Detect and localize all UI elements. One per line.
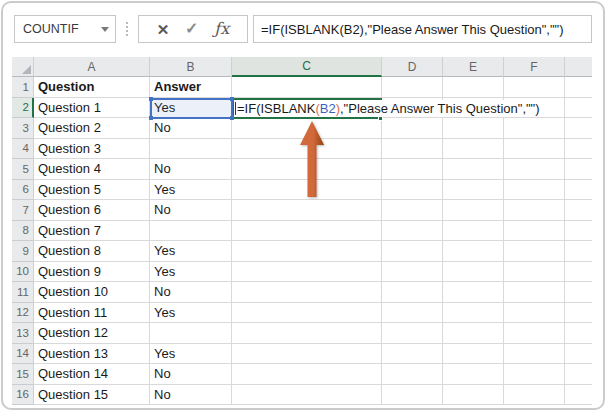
name-box[interactable]: COUNTIF xyxy=(14,15,116,43)
column-header-D[interactable]: D xyxy=(382,57,443,77)
cell-D12[interactable] xyxy=(382,303,443,324)
cell-A1[interactable]: Question xyxy=(34,77,150,98)
cell-A2[interactable]: Question 1 xyxy=(34,98,150,119)
cell-D10[interactable] xyxy=(382,262,443,283)
cell-B1[interactable]: Answer xyxy=(150,77,232,98)
cell-E1[interactable] xyxy=(443,77,504,98)
formula-bar[interactable]: =IF(ISBLANK(B2),"Please Answer This Ques… xyxy=(253,15,592,43)
cell-B6[interactable]: Yes xyxy=(150,180,232,201)
cell-B10[interactable]: Yes xyxy=(150,262,232,283)
cell-E10[interactable] xyxy=(443,262,504,283)
row-header-9[interactable]: 9 xyxy=(12,241,34,262)
cell-C12[interactable] xyxy=(232,303,382,324)
row-header-8[interactable]: 8 xyxy=(12,221,34,242)
row-header-10[interactable]: 10 xyxy=(12,262,34,283)
cancel-icon[interactable]: ✕ xyxy=(157,22,170,37)
cell-F4[interactable] xyxy=(504,139,565,160)
cell-F10[interactable] xyxy=(504,262,565,283)
cell-E8[interactable] xyxy=(443,221,504,242)
cell-E4[interactable] xyxy=(443,139,504,160)
cell-C11[interactable] xyxy=(232,282,382,303)
cell-E3[interactable] xyxy=(443,118,504,139)
cell-D4[interactable] xyxy=(382,139,443,160)
cell-B9[interactable]: Yes xyxy=(150,241,232,262)
cell-A3[interactable]: Question 2 xyxy=(34,118,150,139)
cell-D11[interactable] xyxy=(382,282,443,303)
cell-B8[interactable] xyxy=(150,221,232,242)
cell-C10[interactable] xyxy=(232,262,382,283)
row-header-6[interactable]: 6 xyxy=(12,180,34,201)
cell-D15[interactable] xyxy=(382,364,443,385)
in-cell-formula-C2[interactable]: =IF(ISBLANK(B2),"Please Answer This Ques… xyxy=(235,100,542,117)
row-header-5[interactable]: 5 xyxy=(12,159,34,180)
cell-B3[interactable]: No xyxy=(150,118,232,139)
cell-C8[interactable] xyxy=(232,221,382,242)
cell-B13[interactable] xyxy=(150,323,232,344)
cell-E15[interactable] xyxy=(443,364,504,385)
cell-B4[interactable] xyxy=(150,139,232,160)
cell-C15[interactable] xyxy=(232,364,382,385)
cell-D14[interactable] xyxy=(382,344,443,365)
cell-E16[interactable] xyxy=(443,385,504,406)
row-header-4[interactable]: 4 xyxy=(12,139,34,160)
cell-E11[interactable] xyxy=(443,282,504,303)
cell-F7[interactable] xyxy=(504,200,565,221)
cell-D7[interactable] xyxy=(382,200,443,221)
row-header-1[interactable]: 1 xyxy=(12,77,34,98)
cell-C14[interactable] xyxy=(232,344,382,365)
row-header-12[interactable]: 12 xyxy=(12,303,34,324)
row-header-7[interactable]: 7 xyxy=(12,200,34,221)
cell-F9[interactable] xyxy=(504,241,565,262)
cell-A4[interactable]: Question 3 xyxy=(34,139,150,160)
cell-A5[interactable]: Question 4 xyxy=(34,159,150,180)
cell-F15[interactable] xyxy=(504,364,565,385)
cell-A14[interactable]: Question 13 xyxy=(34,344,150,365)
cell-F11[interactable] xyxy=(504,282,565,303)
cell-F8[interactable] xyxy=(504,221,565,242)
chevron-down-icon[interactable] xyxy=(101,27,109,32)
cell-E13[interactable] xyxy=(443,323,504,344)
cell-F12[interactable] xyxy=(504,303,565,324)
cell-C13[interactable] xyxy=(232,323,382,344)
cell-A9[interactable]: Question 8 xyxy=(34,241,150,262)
cell-B12[interactable]: Yes xyxy=(150,303,232,324)
toolbar-separator-dots[interactable] xyxy=(116,15,138,43)
cell-C9[interactable] xyxy=(232,241,382,262)
cell-F13[interactable] xyxy=(504,323,565,344)
cell-F5[interactable] xyxy=(504,159,565,180)
cell-B7[interactable]: No xyxy=(150,200,232,221)
cell-A13[interactable]: Question 12 xyxy=(34,323,150,344)
cell-B15[interactable]: No xyxy=(150,364,232,385)
cell-D9[interactable] xyxy=(382,241,443,262)
column-header-B[interactable]: B xyxy=(150,57,232,77)
row-header-16[interactable]: 16 xyxy=(12,385,34,406)
cell-E9[interactable] xyxy=(443,241,504,262)
row-header-11[interactable]: 11 xyxy=(12,282,34,303)
column-header-A[interactable]: A xyxy=(34,57,150,77)
cell-B16[interactable]: No xyxy=(150,385,232,406)
row-header-15[interactable]: 15 xyxy=(12,364,34,385)
column-header-F[interactable]: F xyxy=(504,57,565,77)
referenced-cell-highlight-B2[interactable] xyxy=(150,98,233,119)
cell-E5[interactable] xyxy=(443,159,504,180)
cell-E14[interactable] xyxy=(443,344,504,365)
cell-F16[interactable] xyxy=(504,385,565,406)
cell-E12[interactable] xyxy=(443,303,504,324)
cell-C16[interactable] xyxy=(232,385,382,406)
column-header-E[interactable]: E xyxy=(443,57,504,77)
column-header-C[interactable]: C xyxy=(232,57,382,77)
cell-F6[interactable] xyxy=(504,180,565,201)
cell-D6[interactable] xyxy=(382,180,443,201)
row-header-14[interactable]: 14 xyxy=(12,344,34,365)
cell-A12[interactable]: Question 11 xyxy=(34,303,150,324)
cell-B11[interactable]: No xyxy=(150,282,232,303)
cell-A10[interactable]: Question 9 xyxy=(34,262,150,283)
cell-D8[interactable] xyxy=(382,221,443,242)
cell-D16[interactable] xyxy=(382,385,443,406)
cell-A6[interactable]: Question 5 xyxy=(34,180,150,201)
cell-C7[interactable] xyxy=(232,200,382,221)
cell-F1[interactable] xyxy=(504,77,565,98)
cell-D5[interactable] xyxy=(382,159,443,180)
cell-A7[interactable]: Question 6 xyxy=(34,200,150,221)
cell-B5[interactable]: No xyxy=(150,159,232,180)
